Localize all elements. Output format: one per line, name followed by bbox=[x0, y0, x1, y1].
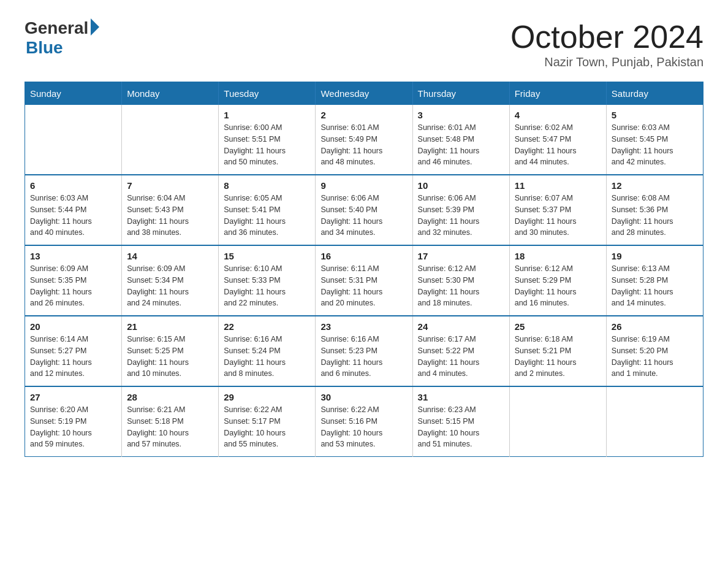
day-number: 5 bbox=[612, 110, 698, 120]
calendar-table: SundayMondayTuesdayWednesdayThursdayFrid… bbox=[25, 82, 703, 457]
day-number: 1 bbox=[224, 110, 310, 120]
calendar-cell: 21Sunrise: 6:15 AMSunset: 5:25 PMDayligh… bbox=[122, 316, 219, 386]
calendar-cell: 18Sunrise: 6:12 AMSunset: 5:29 PMDayligh… bbox=[509, 245, 606, 316]
day-number: 24 bbox=[418, 321, 504, 332]
day-info: Sunrise: 6:00 AMSunset: 5:51 PMDaylight:… bbox=[224, 122, 310, 168]
day-info: Sunrise: 6:05 AMSunset: 5:41 PMDaylight:… bbox=[224, 193, 310, 239]
calendar-cell: 16Sunrise: 6:11 AMSunset: 5:31 PMDayligh… bbox=[316, 245, 412, 316]
calendar-cell: 7Sunrise: 6:04 AMSunset: 5:43 PMDaylight… bbox=[122, 175, 219, 245]
day-number: 20 bbox=[30, 321, 116, 332]
page-header: General Blue October 2024 Nazir Town, Pu… bbox=[25, 18, 703, 69]
day-info: Sunrise: 6:12 AMSunset: 5:30 PMDaylight:… bbox=[418, 263, 504, 309]
day-number: 18 bbox=[515, 251, 601, 261]
day-number: 17 bbox=[418, 251, 504, 261]
location-text: Nazir Town, Punjab, Pakistan bbox=[510, 55, 703, 69]
calendar-header-friday: Friday bbox=[509, 82, 606, 105]
calendar-cell: 17Sunrise: 6:12 AMSunset: 5:30 PMDayligh… bbox=[412, 245, 509, 316]
day-number: 22 bbox=[224, 321, 310, 332]
day-info: Sunrise: 6:04 AMSunset: 5:43 PMDaylight:… bbox=[127, 193, 213, 239]
day-number: 4 bbox=[515, 110, 601, 120]
day-number: 16 bbox=[320, 251, 407, 261]
day-info: Sunrise: 6:09 AMSunset: 5:35 PMDaylight:… bbox=[30, 263, 116, 309]
day-info: Sunrise: 6:16 AMSunset: 5:23 PMDaylight:… bbox=[320, 334, 407, 380]
logo-general-text: General bbox=[25, 18, 88, 38]
calendar-cell: 6Sunrise: 6:03 AMSunset: 5:44 PMDaylight… bbox=[25, 175, 122, 245]
calendar-cell: 14Sunrise: 6:09 AMSunset: 5:34 PMDayligh… bbox=[122, 245, 219, 316]
calendar-cell: 30Sunrise: 6:22 AMSunset: 5:16 PMDayligh… bbox=[316, 386, 412, 457]
calendar-cell: 25Sunrise: 6:18 AMSunset: 5:21 PMDayligh… bbox=[509, 316, 606, 386]
calendar-cell: 13Sunrise: 6:09 AMSunset: 5:35 PMDayligh… bbox=[25, 245, 122, 316]
day-info: Sunrise: 6:01 AMSunset: 5:48 PMDaylight:… bbox=[418, 122, 504, 168]
day-number: 2 bbox=[320, 110, 407, 120]
day-info: Sunrise: 6:19 AMSunset: 5:20 PMDaylight:… bbox=[612, 334, 698, 380]
calendar-cell bbox=[25, 105, 122, 175]
day-number: 6 bbox=[30, 180, 116, 191]
month-title: October 2024 bbox=[510, 18, 703, 55]
calendar-cell: 1Sunrise: 6:00 AMSunset: 5:51 PMDaylight… bbox=[219, 105, 316, 175]
day-info: Sunrise: 6:10 AMSunset: 5:33 PMDaylight:… bbox=[224, 263, 310, 309]
calendar-cell: 5Sunrise: 6:03 AMSunset: 5:45 PMDaylight… bbox=[606, 105, 703, 175]
calendar-week-2: 6Sunrise: 6:03 AMSunset: 5:44 PMDaylight… bbox=[25, 175, 703, 245]
day-number: 27 bbox=[30, 392, 116, 402]
title-section: October 2024 Nazir Town, Punjab, Pakista… bbox=[510, 18, 703, 69]
calendar-cell: 11Sunrise: 6:07 AMSunset: 5:37 PMDayligh… bbox=[509, 175, 606, 245]
calendar-header-thursday: Thursday bbox=[412, 82, 509, 105]
day-info: Sunrise: 6:03 AMSunset: 5:45 PMDaylight:… bbox=[612, 122, 698, 168]
day-number: 3 bbox=[418, 110, 504, 120]
day-number: 13 bbox=[30, 251, 116, 261]
calendar-header-monday: Monday bbox=[122, 82, 219, 105]
day-info: Sunrise: 6:16 AMSunset: 5:24 PMDaylight:… bbox=[224, 334, 310, 380]
calendar-cell: 15Sunrise: 6:10 AMSunset: 5:33 PMDayligh… bbox=[219, 245, 316, 316]
calendar-cell: 20Sunrise: 6:14 AMSunset: 5:27 PMDayligh… bbox=[25, 316, 122, 386]
calendar-cell: 12Sunrise: 6:08 AMSunset: 5:36 PMDayligh… bbox=[606, 175, 703, 245]
calendar-cell bbox=[509, 386, 606, 457]
day-number: 8 bbox=[224, 180, 310, 191]
day-number: 26 bbox=[612, 321, 698, 332]
day-info: Sunrise: 6:02 AMSunset: 5:47 PMDaylight:… bbox=[515, 122, 601, 168]
day-info: Sunrise: 6:09 AMSunset: 5:34 PMDaylight:… bbox=[127, 263, 213, 309]
calendar-cell: 2Sunrise: 6:01 AMSunset: 5:49 PMDaylight… bbox=[316, 105, 412, 175]
calendar-header-row: SundayMondayTuesdayWednesdayThursdayFrid… bbox=[25, 82, 703, 105]
day-info: Sunrise: 6:22 AMSunset: 5:16 PMDaylight:… bbox=[320, 404, 407, 450]
day-number: 29 bbox=[224, 392, 310, 402]
calendar-week-3: 13Sunrise: 6:09 AMSunset: 5:35 PMDayligh… bbox=[25, 245, 703, 316]
day-info: Sunrise: 6:06 AMSunset: 5:39 PMDaylight:… bbox=[418, 193, 504, 239]
calendar-cell: 24Sunrise: 6:17 AMSunset: 5:22 PMDayligh… bbox=[412, 316, 509, 386]
calendar-header-wednesday: Wednesday bbox=[316, 82, 412, 105]
calendar-header-tuesday: Tuesday bbox=[219, 82, 316, 105]
day-info: Sunrise: 6:08 AMSunset: 5:36 PMDaylight:… bbox=[612, 193, 698, 239]
day-number: 30 bbox=[320, 392, 407, 402]
day-info: Sunrise: 6:12 AMSunset: 5:29 PMDaylight:… bbox=[515, 263, 601, 309]
calendar-cell: 31Sunrise: 6:23 AMSunset: 5:15 PMDayligh… bbox=[412, 386, 509, 457]
day-number: 15 bbox=[224, 251, 310, 261]
day-number: 10 bbox=[418, 180, 504, 191]
calendar-cell: 3Sunrise: 6:01 AMSunset: 5:48 PMDaylight… bbox=[412, 105, 509, 175]
calendar-cell: 29Sunrise: 6:22 AMSunset: 5:17 PMDayligh… bbox=[219, 386, 316, 457]
calendar-week-1: 1Sunrise: 6:00 AMSunset: 5:51 PMDaylight… bbox=[25, 105, 703, 175]
logo: General Blue bbox=[25, 18, 99, 58]
logo-arrow-icon bbox=[91, 18, 99, 36]
day-number: 19 bbox=[612, 251, 698, 261]
day-number: 11 bbox=[515, 180, 601, 191]
calendar-header-saturday: Saturday bbox=[606, 82, 703, 105]
logo-blue-text: Blue bbox=[26, 38, 63, 58]
day-number: 31 bbox=[418, 392, 504, 402]
calendar-cell: 22Sunrise: 6:16 AMSunset: 5:24 PMDayligh… bbox=[219, 316, 316, 386]
calendar-cell: 10Sunrise: 6:06 AMSunset: 5:39 PMDayligh… bbox=[412, 175, 509, 245]
calendar-cell: 8Sunrise: 6:05 AMSunset: 5:41 PMDaylight… bbox=[219, 175, 316, 245]
day-number: 14 bbox=[127, 251, 213, 261]
day-info: Sunrise: 6:20 AMSunset: 5:19 PMDaylight:… bbox=[30, 404, 116, 450]
day-number: 28 bbox=[127, 392, 213, 402]
day-info: Sunrise: 6:18 AMSunset: 5:21 PMDaylight:… bbox=[515, 334, 601, 380]
calendar-cell bbox=[606, 386, 703, 457]
day-number: 7 bbox=[127, 180, 213, 191]
calendar-cell: 26Sunrise: 6:19 AMSunset: 5:20 PMDayligh… bbox=[606, 316, 703, 386]
calendar-header-sunday: Sunday bbox=[25, 82, 122, 105]
day-info: Sunrise: 6:11 AMSunset: 5:31 PMDaylight:… bbox=[320, 263, 407, 309]
calendar-cell: 4Sunrise: 6:02 AMSunset: 5:47 PMDaylight… bbox=[509, 105, 606, 175]
calendar-cell: 9Sunrise: 6:06 AMSunset: 5:40 PMDaylight… bbox=[316, 175, 412, 245]
day-info: Sunrise: 6:07 AMSunset: 5:37 PMDaylight:… bbox=[515, 193, 601, 239]
day-info: Sunrise: 6:15 AMSunset: 5:25 PMDaylight:… bbox=[127, 334, 213, 380]
day-info: Sunrise: 6:01 AMSunset: 5:49 PMDaylight:… bbox=[320, 122, 407, 168]
day-number: 25 bbox=[515, 321, 601, 332]
